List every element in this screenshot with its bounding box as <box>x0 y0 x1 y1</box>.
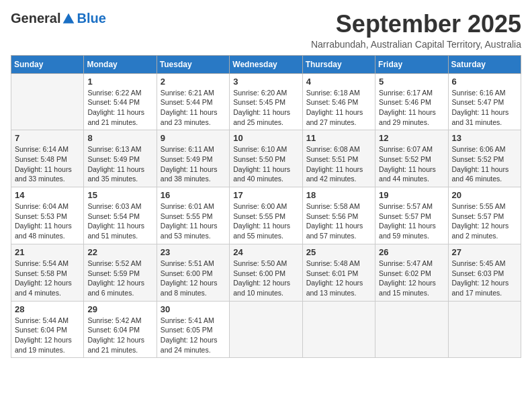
calendar-cell: 19Sunrise: 5:57 AMSunset: 5:57 PMDayligh… <box>375 187 448 244</box>
day-number: 30 <box>161 304 226 314</box>
day-number: 1 <box>87 77 152 87</box>
day-number: 3 <box>233 77 298 87</box>
cell-text: Sunrise: 6:07 AMSunset: 5:52 PMDaylight:… <box>379 144 444 184</box>
day-number: 25 <box>306 247 371 257</box>
cell-text: Sunrise: 5:47 AMSunset: 6:02 PMDaylight:… <box>379 259 444 298</box>
weekday-header: Wednesday <box>230 55 302 73</box>
day-number: 23 <box>161 247 226 257</box>
day-number: 8 <box>87 133 152 143</box>
cell-text: Sunrise: 5:41 AMSunset: 6:05 PMDaylight:… <box>161 316 226 355</box>
calendar-week-row: 28Sunrise: 5:44 AMSunset: 6:04 PMDayligh… <box>11 301 521 358</box>
day-number: 29 <box>87 304 152 314</box>
cell-text: Sunrise: 5:48 AMSunset: 6:01 PMDaylight:… <box>306 259 371 298</box>
day-number: 6 <box>452 77 517 87</box>
cell-text: Sunrise: 5:51 AMSunset: 6:00 PMDaylight:… <box>161 259 226 298</box>
cell-text: Sunrise: 5:58 AMSunset: 5:56 PMDaylight:… <box>306 201 371 241</box>
calendar-cell: 28Sunrise: 5:44 AMSunset: 6:04 PMDayligh… <box>11 301 84 358</box>
calendar-cell: 21Sunrise: 5:54 AMSunset: 5:58 PMDayligh… <box>11 244 84 301</box>
cell-text: Sunrise: 5:54 AMSunset: 5:58 PMDaylight:… <box>15 259 80 298</box>
weekday-header: Saturday <box>448 55 521 73</box>
cell-text: Sunrise: 5:44 AMSunset: 6:04 PMDaylight:… <box>15 316 80 355</box>
day-number: 14 <box>15 190 80 200</box>
calendar-cell: 4Sunrise: 6:18 AMSunset: 5:46 PMDaylight… <box>302 73 375 130</box>
day-number: 22 <box>87 247 152 257</box>
day-number: 21 <box>15 247 80 257</box>
calendar-week-row: 1Sunrise: 6:22 AMSunset: 5:44 PMDaylight… <box>11 73 521 130</box>
day-number: 20 <box>452 190 517 200</box>
cell-text: Sunrise: 6:16 AMSunset: 5:47 PMDaylight:… <box>452 88 517 128</box>
calendar-cell: 23Sunrise: 5:51 AMSunset: 6:00 PMDayligh… <box>157 244 229 301</box>
calendar-cell: 30Sunrise: 5:41 AMSunset: 6:05 PMDayligh… <box>157 301 229 358</box>
day-number: 12 <box>379 133 444 143</box>
day-number: 15 <box>87 190 152 200</box>
cell-text: Sunrise: 6:22 AMSunset: 5:44 PMDaylight:… <box>87 88 152 128</box>
day-number: 19 <box>379 190 444 200</box>
day-number: 16 <box>161 190 226 200</box>
calendar-cell: 9Sunrise: 6:11 AMSunset: 5:49 PMDaylight… <box>157 130 229 187</box>
calendar-cell: 27Sunrise: 5:45 AMSunset: 6:03 PMDayligh… <box>448 244 521 301</box>
day-number: 7 <box>15 133 80 143</box>
calendar-cell: 24Sunrise: 5:50 AMSunset: 6:00 PMDayligh… <box>230 244 302 301</box>
day-number: 28 <box>15 304 80 314</box>
calendar-cell: 11Sunrise: 6:08 AMSunset: 5:51 PMDayligh… <box>302 130 375 187</box>
cell-text: Sunrise: 6:21 AMSunset: 5:44 PMDaylight:… <box>161 88 226 128</box>
calendar-cell <box>375 301 448 358</box>
calendar-header: SundayMondayTuesdayWednesdayThursdayFrid… <box>11 55 521 73</box>
page-header: General Blue September 2025 Narrabundah,… <box>11 11 521 50</box>
cell-text: Sunrise: 5:42 AMSunset: 6:04 PMDaylight:… <box>87 316 152 355</box>
day-number: 13 <box>452 133 517 143</box>
day-number: 4 <box>306 77 371 87</box>
calendar-week-row: 21Sunrise: 5:54 AMSunset: 5:58 PMDayligh… <box>11 244 521 301</box>
calendar-cell: 3Sunrise: 6:20 AMSunset: 5:45 PMDaylight… <box>230 73 302 130</box>
cell-text: Sunrise: 6:10 AMSunset: 5:50 PMDaylight:… <box>233 144 298 184</box>
calendar-cell: 17Sunrise: 6:00 AMSunset: 5:55 PMDayligh… <box>230 187 302 244</box>
cell-text: Sunrise: 6:20 AMSunset: 5:45 PMDaylight:… <box>233 88 298 128</box>
cell-text: Sunrise: 5:52 AMSunset: 5:59 PMDaylight:… <box>87 259 152 298</box>
day-number: 27 <box>452 247 517 257</box>
cell-text: Sunrise: 6:11 AMSunset: 5:49 PMDaylight:… <box>161 144 226 184</box>
cell-text: Sunrise: 6:01 AMSunset: 5:55 PMDaylight:… <box>161 201 226 241</box>
calendar-cell: 20Sunrise: 5:55 AMSunset: 5:57 PMDayligh… <box>448 187 521 244</box>
calendar-cell: 13Sunrise: 6:06 AMSunset: 5:52 PMDayligh… <box>448 130 521 187</box>
calendar-cell <box>230 301 302 358</box>
calendar-cell: 2Sunrise: 6:21 AMSunset: 5:44 PMDaylight… <box>157 73 229 130</box>
calendar-cell: 29Sunrise: 5:42 AMSunset: 6:04 PMDayligh… <box>84 301 157 358</box>
weekday-header: Monday <box>84 55 157 73</box>
cell-text: Sunrise: 5:45 AMSunset: 6:03 PMDaylight:… <box>452 259 517 298</box>
calendar-cell: 12Sunrise: 6:07 AMSunset: 5:52 PMDayligh… <box>375 130 448 187</box>
calendar-cell: 14Sunrise: 6:04 AMSunset: 5:53 PMDayligh… <box>11 187 84 244</box>
day-number: 26 <box>379 247 444 257</box>
day-number: 17 <box>233 190 298 200</box>
calendar-week-row: 7Sunrise: 6:14 AMSunset: 5:48 PMDaylight… <box>11 130 521 187</box>
calendar-cell: 22Sunrise: 5:52 AMSunset: 5:59 PMDayligh… <box>84 244 157 301</box>
month-title: September 2025 <box>311 11 521 38</box>
day-number: 24 <box>233 247 298 257</box>
day-number: 10 <box>233 133 298 143</box>
logo-general-text: General <box>11 11 60 26</box>
calendar-cell: 10Sunrise: 6:10 AMSunset: 5:50 PMDayligh… <box>230 130 302 187</box>
calendar-cell: 5Sunrise: 6:17 AMSunset: 5:46 PMDaylight… <box>375 73 448 130</box>
logo-icon <box>62 12 75 26</box>
day-number: 11 <box>306 133 371 143</box>
day-number: 18 <box>306 190 371 200</box>
calendar-cell <box>302 301 375 358</box>
calendar-cell: 18Sunrise: 5:58 AMSunset: 5:56 PMDayligh… <box>302 187 375 244</box>
cell-text: Sunrise: 6:13 AMSunset: 5:49 PMDaylight:… <box>87 144 152 184</box>
title-block: September 2025 Narrabundah, Australian C… <box>311 11 521 50</box>
calendar-cell: 15Sunrise: 6:03 AMSunset: 5:54 PMDayligh… <box>84 187 157 244</box>
cell-text: Sunrise: 6:00 AMSunset: 5:55 PMDaylight:… <box>233 201 298 241</box>
logo-blue-text: Blue <box>77 11 105 26</box>
calendar-body: 1Sunrise: 6:22 AMSunset: 5:44 PMDaylight… <box>11 73 521 358</box>
weekday-row: SundayMondayTuesdayWednesdayThursdayFrid… <box>11 55 521 73</box>
cell-text: Sunrise: 5:50 AMSunset: 6:00 PMDaylight:… <box>233 259 298 298</box>
cell-text: Sunrise: 6:18 AMSunset: 5:46 PMDaylight:… <box>306 88 371 128</box>
weekday-header: Sunday <box>11 55 84 73</box>
calendar-cell: 7Sunrise: 6:14 AMSunset: 5:48 PMDaylight… <box>11 130 84 187</box>
cell-text: Sunrise: 6:06 AMSunset: 5:52 PMDaylight:… <box>452 144 517 184</box>
calendar-table: SundayMondayTuesdayWednesdayThursdayFrid… <box>11 55 521 359</box>
cell-text: Sunrise: 6:14 AMSunset: 5:48 PMDaylight:… <box>15 144 80 184</box>
cell-text: Sunrise: 6:03 AMSunset: 5:54 PMDaylight:… <box>87 201 152 241</box>
logo: General Blue <box>11 11 106 26</box>
weekday-header: Friday <box>375 55 448 73</box>
calendar-cell <box>448 301 521 358</box>
